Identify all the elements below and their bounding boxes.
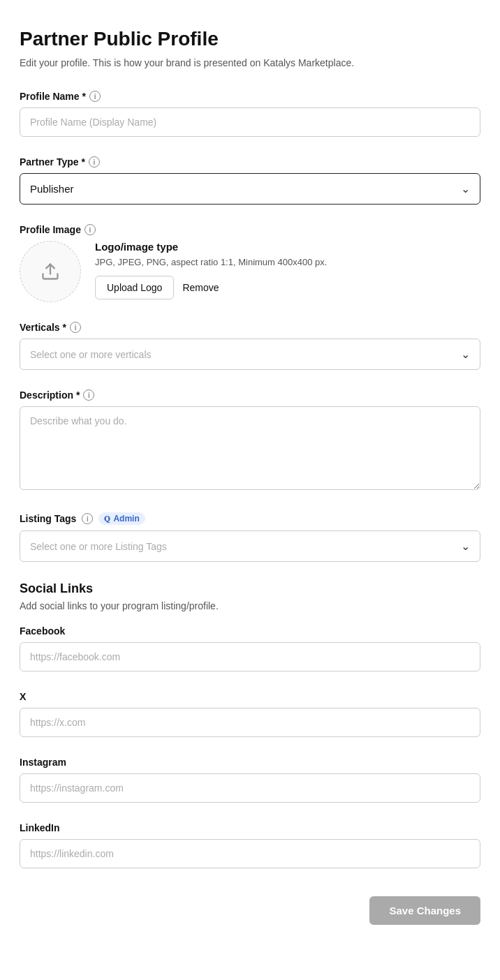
save-changes-button[interactable]: Save Changes xyxy=(369,896,480,925)
description-info-icon: i xyxy=(83,389,94,401)
listing-tags-label-row: Listing Tags i 𝐐 Admin xyxy=(20,512,480,525)
description-textarea[interactable] xyxy=(20,406,480,490)
description-group: Description* i xyxy=(20,389,480,493)
x-input[interactable] xyxy=(20,708,480,737)
partner-type-label: Partner Type* i xyxy=(20,156,480,168)
verticals-info-icon: i xyxy=(70,322,81,333)
x-group: X xyxy=(20,691,480,737)
verticals-select[interactable]: Select one or more verticals ⌄ xyxy=(20,339,480,370)
social-links-desc: Add social links to your program listing… xyxy=(20,600,480,611)
instagram-input[interactable] xyxy=(20,773,480,803)
image-placeholder xyxy=(20,241,81,302)
partner-type-group: Partner Type* i Publisher ⌄ xyxy=(20,156,480,205)
image-type-title: Logo/image type xyxy=(95,241,480,253)
verticals-label: Verticals* i xyxy=(20,322,480,333)
instagram-label: Instagram xyxy=(20,757,480,768)
listing-tags-select[interactable]: Select one or more Listing Tags ⌄ xyxy=(20,530,480,562)
description-label: Description* i xyxy=(20,389,480,401)
profile-image-group: Profile Image i Logo/image type JPG, JPE… xyxy=(20,224,480,302)
upload-placeholder-icon xyxy=(41,262,60,281)
partner-type-chevron-icon: ⌄ xyxy=(461,182,470,195)
upload-logo-button[interactable]: Upload Logo xyxy=(95,276,174,299)
linkedin-group: LinkedIn xyxy=(20,822,480,868)
profile-image-row: Logo/image type JPG, JPEG, PNG, aspect r… xyxy=(20,241,480,302)
remove-logo-button[interactable]: Remove xyxy=(182,276,219,299)
partner-type-info-icon: i xyxy=(89,156,100,168)
facebook-label: Facebook xyxy=(20,625,480,637)
facebook-group: Facebook xyxy=(20,625,480,671)
page-subtitle: Edit your profile. This is how your bran… xyxy=(20,57,480,68)
verticals-group: Verticals* i Select one or more vertical… xyxy=(20,322,480,370)
save-btn-wrapper: Save Changes xyxy=(20,896,480,925)
profile-image-label: Profile Image i xyxy=(20,224,480,235)
linkedin-label: LinkedIn xyxy=(20,822,480,833)
listing-tags-info-icon: i xyxy=(82,513,93,524)
verticals-chevron-icon: ⌄ xyxy=(461,348,470,361)
k-logo-icon: 𝐐 xyxy=(104,514,110,524)
instagram-group: Instagram xyxy=(20,757,480,803)
social-links-title: Social Links xyxy=(20,581,480,596)
profile-image-info-icon: i xyxy=(84,224,96,235)
linkedin-input[interactable] xyxy=(20,839,480,868)
social-links-section: Social Links Add social links to your pr… xyxy=(20,581,480,868)
partner-type-select[interactable]: Publisher ⌄ xyxy=(20,173,480,205)
profile-name-group: Profile Name* i xyxy=(20,91,480,137)
page-title: Partner Public Profile xyxy=(20,28,480,50)
profile-name-info-icon: i xyxy=(89,91,101,102)
image-type-desc: JPG, JPEG, PNG, aspect ratio 1:1, Minimu… xyxy=(95,257,480,267)
admin-badge: 𝐐 Admin xyxy=(98,512,145,525)
listing-tags-chevron-icon: ⌄ xyxy=(461,540,470,553)
facebook-input[interactable] xyxy=(20,642,480,671)
image-info: Logo/image type JPG, JPEG, PNG, aspect r… xyxy=(95,241,480,299)
x-label: X xyxy=(20,691,480,702)
profile-name-input[interactable] xyxy=(20,107,480,137)
profile-name-label: Profile Name* i xyxy=(20,91,480,102)
image-actions: Upload Logo Remove xyxy=(95,276,480,299)
listing-tags-group: Listing Tags i 𝐐 Admin Select one or mor… xyxy=(20,512,480,562)
